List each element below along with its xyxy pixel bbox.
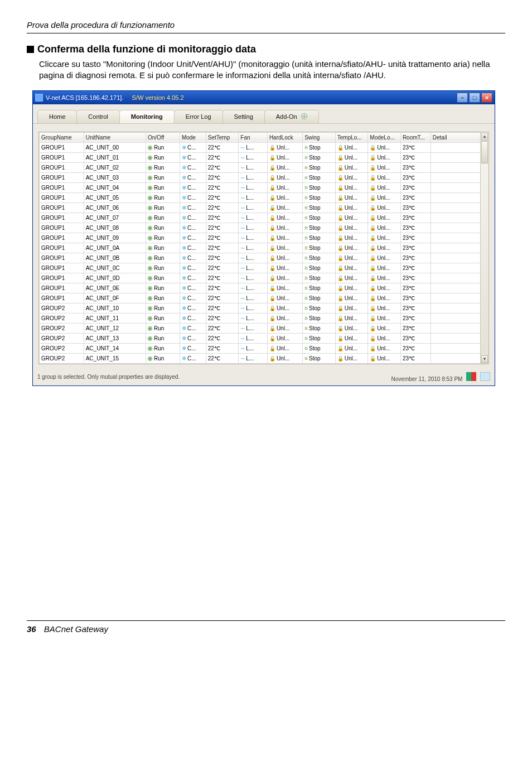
swing-icon: ≡ [304,215,308,221]
cell-templock: 🔓Unl... [335,223,368,233]
cell-group: GROUP1 [40,203,84,213]
locale-flag-icon[interactable] [466,372,476,381]
cell-unit: AC_UNIT_15 [84,353,146,363]
cell-hardlock: 🔓Unl... [267,353,302,363]
table-row[interactable]: GROUP2AC_UNIT_12Run❄C...22℃∼L...🔓Unl...≡… [40,323,489,333]
table-row[interactable]: GROUP1AC_UNIT_0DRun❄C...22℃∼L...🔓Unl...≡… [40,273,489,283]
swing-icon: ≡ [304,255,308,261]
table-row[interactable]: GROUP1AC_UNIT_02Run❄C...22℃∼L...🔓Unl...≡… [40,162,489,172]
cell-modelock: 🔓Unl... [368,233,401,243]
table-row[interactable]: GROUP1AC_UNIT_04Run❄C...22℃∼L...🔓Unl...≡… [40,182,489,192]
column-header[interactable]: GroupName [40,132,84,142]
column-header[interactable]: UnitName [84,132,146,142]
swing-icon: ≡ [304,335,308,341]
table-row[interactable]: GROUP1AC_UNIT_09Run❄C...22℃∼L...🔓Unl...≡… [40,233,489,243]
table-row[interactable]: GROUP2AC_UNIT_13Run❄C...22℃∼L...🔓Unl...≡… [40,333,489,343]
table-row[interactable]: GROUP1AC_UNIT_06Run❄C...22℃∼L...🔓Unl...≡… [40,203,489,213]
vertical-scrollbar[interactable]: ▲ ▼ [480,132,489,364]
scroll-up-icon[interactable]: ▲ [481,133,488,141]
cell-unit: AC_UNIT_14 [84,343,146,353]
column-header[interactable]: SetTemp [206,132,239,142]
table-row[interactable]: GROUP2AC_UNIT_14Run❄C...22℃∼L...🔓Unl...≡… [40,343,489,353]
column-header[interactable]: Fan [239,132,268,142]
plus-icon [301,113,307,119]
cell-swing: ≡Stop [303,353,336,363]
column-header[interactable]: On/Off [146,132,180,142]
cell-modelock: 🔓Unl... [368,273,401,283]
cell-mode: ❄C... [180,233,206,243]
run-status-icon [148,236,152,240]
column-header[interactable]: TempLo... [335,132,368,142]
cell-settemp: 22℃ [206,293,239,303]
table-row[interactable]: GROUP1AC_UNIT_0ARun❄C...22℃∼L...🔓Unl...≡… [40,243,489,253]
cell-swing: ≡Stop [303,192,336,203]
table-row[interactable]: GROUP1AC_UNIT_03Run❄C...22℃∼L...🔓Unl...≡… [40,172,489,182]
lock-icon: 🔓 [370,175,376,181]
cell-unit: AC_UNIT_08 [84,223,146,233]
cell-fan: ∼L... [239,223,268,233]
run-status-icon [148,256,152,261]
table-row[interactable]: GROUP1AC_UNIT_0FRun❄C...22℃∼L...🔓Unl...≡… [40,293,489,303]
table-row[interactable]: GROUP1AC_UNIT_01Run❄C...22℃∼L...🔓Unl...≡… [40,152,489,162]
run-status-icon [148,246,152,250]
tab-control[interactable]: Control [76,110,119,123]
lock-icon: 🔓 [337,286,344,291]
cell-unit: AC_UNIT_0F [84,293,146,303]
cell-mode: ❄C... [180,343,206,353]
maximize-button[interactable]: □ [469,93,480,103]
table-row[interactable]: GROUP1AC_UNIT_0ERun❄C...22℃∼L...🔓Unl...≡… [40,283,489,293]
status-bar: 1 group is selected. Only mutual propert… [33,369,495,385]
table-row[interactable]: GROUP1AC_UNIT_07Run❄C...22℃∼L...🔓Unl...≡… [40,213,489,223]
cell-hardlock: 🔓Unl... [267,283,302,293]
tab-error-log[interactable]: Error Log [174,110,223,123]
cell-settemp: 22℃ [206,233,239,243]
tab-monitoring[interactable]: Monitoring [119,110,175,123]
table-row[interactable]: GROUP2AC_UNIT_10Run❄C...22℃∼L...🔓Unl...≡… [40,303,489,313]
lock-icon: 🔓 [337,145,344,151]
table-row[interactable]: GROUP2AC_UNIT_11Run❄C...22℃∼L...🔓Unl...≡… [40,313,489,323]
cell-hardlock: 🔓Unl... [267,172,302,182]
minimize-button[interactable]: – [457,93,468,103]
lock-icon: 🔓 [337,235,344,241]
lock-icon: 🔓 [370,316,376,321]
table-row[interactable]: GROUP2AC_UNIT_15Run❄C...22℃∼L...🔓Unl...≡… [40,353,489,363]
column-header[interactable]: Swing [303,132,336,142]
table-row[interactable]: GROUP1AC_UNIT_0CRun❄C...22℃∼L...🔓Unl...≡… [40,263,489,273]
fan-icon: ∼ [240,275,245,281]
cell-mode: ❄C... [180,323,206,333]
scroll-thumb[interactable] [481,141,488,163]
tab-addon[interactable]: Add-On [264,110,319,123]
network-icon[interactable] [480,372,490,381]
column-header[interactable]: HardLock [267,132,302,142]
column-header[interactable]: ModeLo... [368,132,401,142]
lock-icon: 🔓 [337,215,344,221]
column-header[interactable]: Mode [180,132,206,142]
table-row[interactable]: GROUP1AC_UNIT_00Run❄C...22℃∼L...🔓Unl...≡… [40,142,489,152]
cell-settemp: 22℃ [206,182,239,192]
tab-setting[interactable]: Setting [223,110,265,123]
swing-icon: ≡ [304,155,308,161]
table-row[interactable]: GROUP1AC_UNIT_08Run❄C...22℃∼L...🔓Unl...≡… [40,223,489,233]
mode-cool-icon: ❄ [182,245,186,251]
close-button[interactable]: × [481,93,492,103]
cell-hardlock: 🔓Unl... [267,142,302,152]
table-row[interactable]: GROUP1AC_UNIT_0BRun❄C...22℃∼L...🔓Unl...≡… [40,253,489,263]
lock-icon: 🔓 [337,185,344,191]
scroll-down-icon[interactable]: ▼ [481,355,488,363]
lock-icon: 🔓 [269,266,275,271]
app-window: V-net ACS [165.186.42.171]. S/W version … [32,90,495,386]
tab-home[interactable]: Home [37,110,77,123]
cell-hardlock: 🔓Unl... [267,203,302,213]
run-status-icon [148,316,152,321]
cell-unit: AC_UNIT_0D [84,273,146,283]
cell-templock: 🔓Unl... [335,142,368,152]
status-left: 1 group is selected. Only mutual propert… [37,374,180,380]
swing-icon: ≡ [304,245,308,251]
column-header[interactable]: RoomT... [400,132,431,142]
mode-cool-icon: ❄ [182,165,186,171]
run-status-icon [148,276,152,281]
table-row[interactable]: GROUP1AC_UNIT_05Run❄C...22℃∼L...🔓Unl...≡… [40,192,489,203]
cell-onoff: Run [146,253,180,263]
cell-onoff: Run [146,172,180,182]
run-status-icon [148,306,152,311]
